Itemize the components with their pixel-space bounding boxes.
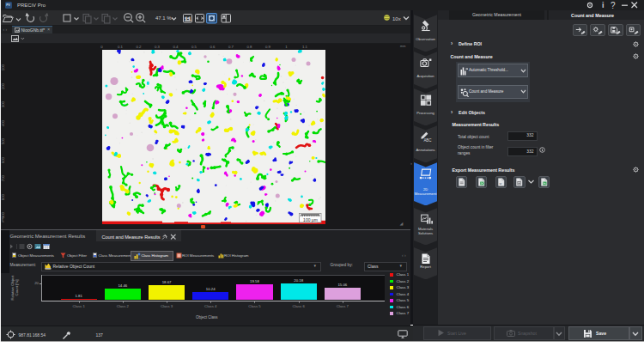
svg-text:47.1 %: 47.1 % (155, 15, 172, 21)
svg-text:?: ? (611, 1, 616, 10)
svg-text:1:1: 1:1 (185, 16, 191, 21)
svg-text:w: w (499, 181, 501, 185)
svg-text:ABC: ABC (423, 138, 432, 143)
svg-text:100 µm: 100 µm (303, 216, 318, 222)
svg-text:i: i (602, 1, 605, 9)
svg-text:10x: 10x (392, 16, 401, 21)
